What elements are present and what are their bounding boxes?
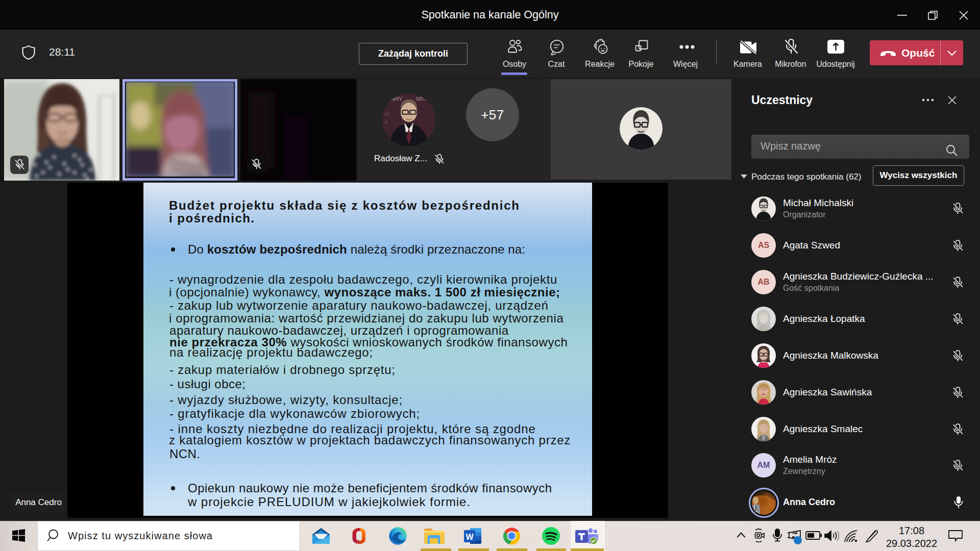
svg-text:W: W xyxy=(465,533,474,541)
